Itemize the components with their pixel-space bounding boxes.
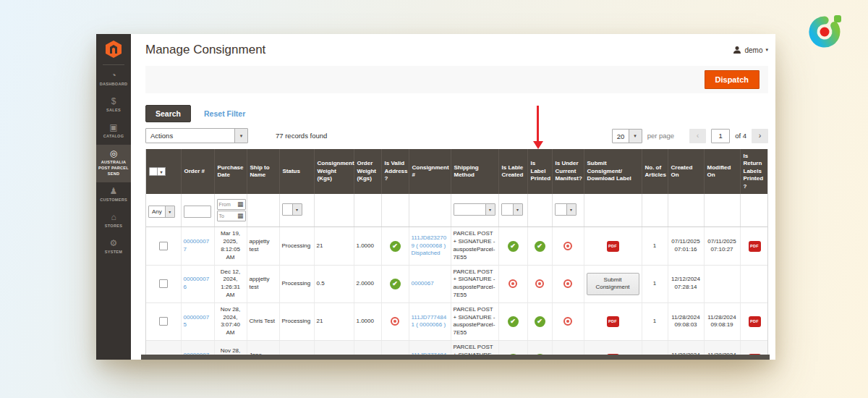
search-button[interactable]: Search [145,105,191,122]
cell-return-labels: PDF [740,302,768,340]
label-created-filter-dropdown[interactable]: ▾ [501,203,523,216]
mass-select-value: Any [149,206,165,217]
shipping-method-filter-dropdown[interactable]: ▾ [454,203,495,216]
pdf-download-icon[interactable]: PDF [607,241,619,252]
row-checkbox[interactable] [159,317,168,326]
filter-order-input[interactable] [184,206,211,218]
cell-created-on: 07/11/2025 07:01:16 [668,227,704,265]
calendar-icon[interactable]: ▦ [237,213,244,219]
system-icon: ⚙ [110,239,118,248]
column-no-of-articles[interactable]: No. of Articles [642,149,668,194]
select-all-dropdown-icon[interactable]: ▾ [158,167,166,176]
filter-date-to[interactable]: To ▦ [217,211,246,221]
row-checkbox[interactable] [159,279,168,288]
column-created-on[interactable]: Created On [668,149,704,194]
page-number-input[interactable] [711,129,730,143]
sidebar-item-stores[interactable]: ⌂ STORES [96,208,131,234]
logo-red-dot [820,27,830,37]
order-link[interactable]: 000000077 [184,238,210,253]
column-order[interactable]: Order # [181,149,214,194]
sidebar-item-customers[interactable]: ♟ CUSTOMERS [96,182,131,208]
mass-select-dropdown[interactable]: Any ▾ [148,206,175,218]
search-row: Search Reset Filter [145,105,768,122]
cell-modified-on [704,265,740,302]
sidebar-item-label: AUSTRALIA POST PARCEL SEND [98,160,129,177]
pdf-return-label-icon[interactable]: PDF [749,241,761,252]
table-row: 000000077 Mar 19, 2025, 8:12:05 AM appje… [146,227,768,265]
chevron-down-icon: ▾ [292,204,302,215]
chevron-down-icon: ▾ [165,206,174,217]
column-consignment-weight[interactable]: Consignment Weight (Kgs) [314,149,354,194]
cell-purchase-date: Dec 12, 2024, 1:26:31 AM [214,265,247,302]
cell-consignment-weight: 0.5 [314,265,354,302]
cell-ship-to-name: appjetty test [247,227,279,265]
sidebar-item-system[interactable]: ⚙ SYSTEM [96,234,131,261]
next-page-button[interactable]: › [752,129,768,143]
table-row: 000000076 Dec 12, 2024, 1:26:31 AM appje… [146,265,768,302]
prev-page-button[interactable]: ‹ [689,129,706,143]
chevron-down-icon: ▾ [566,204,576,215]
reset-filter-link[interactable]: Reset Filter [204,109,245,118]
cell-submit-download: PDF Submit Consignment [584,302,642,340]
valid-address-status-icon [390,279,401,289]
sidebar-item-sales[interactable]: $ SALES [96,93,131,119]
consignment-link[interactable]: 0000067 [412,280,434,287]
parcel-send-icon: ◎ [110,149,117,158]
cell-is-valid-address [381,265,409,302]
select-all-checkbox[interactable] [149,167,158,176]
column-is-label-printed[interactable]: Is Label Printed [527,149,552,194]
pdf-return-label-icon[interactable]: PDF [749,316,761,327]
chevron-down-icon: ▾ [485,204,495,215]
page-background: ◔ DASHBOARD $ SALES ▣ CATALOG ◎ AUSTRALI… [0,0,868,398]
horizontal-scrollbar[interactable] [141,355,770,360]
label-created-status-icon [509,279,517,288]
sidebar-item-dashboard[interactable]: ◔ DASHBOARD [96,67,131,93]
filter-date-from[interactable]: From ▦ [217,199,246,210]
column-status[interactable]: Status [279,149,314,194]
column-purchase-date[interactable]: Purchase Date [214,149,247,194]
page-title: Manage Consignment [145,43,265,57]
label-created-status-icon [508,316,519,327]
filter-mass-select: Any ▾ [146,194,181,227]
cell-return-labels: PDF [740,227,768,265]
stores-icon: ⌂ [111,213,116,222]
logo-green-dot [834,15,841,22]
column-submit-download[interactable]: Submit Consigment/ Download Label [584,149,642,194]
to-label: To [219,213,224,219]
dispatch-button[interactable]: Dispatch [705,70,760,89]
grid-filter-row: Any ▾ From ▦ To [146,194,768,227]
column-return-labels-printed[interactable]: Is Return Labels Printed ? [740,149,768,194]
sidebar-item-australia-post-parcel-send[interactable]: ◎ AUSTRALIA POST PARCEL SEND [96,145,131,182]
column-modified-on[interactable]: Modified On [704,149,740,194]
column-ship-to-name[interactable]: Ship to Name [247,149,279,194]
submit-consignment-button[interactable]: Submit Consignment [587,273,639,295]
column-is-label-created[interactable]: Is Lable Created [498,149,527,194]
calendar-icon[interactable]: ▦ [237,201,244,208]
column-is-under-manifest[interactable]: Is Under Current Manifest? [552,149,584,194]
grid-toolbar: Actions ▾ 77 records found 20 ▾ per page… [145,128,768,143]
cell-order-weight: 2.0000 [354,265,381,302]
under-manifest-status-icon [563,279,572,288]
pdf-download-icon[interactable]: PDF [607,316,619,327]
order-link[interactable]: 000000076 [184,276,210,290]
magento-logo-icon[interactable] [96,34,131,64]
user-menu[interactable]: demo ▾ [733,46,768,54]
column-shipping-method[interactable]: Shipping Method [451,149,498,194]
consignment-link[interactable]: 111JD8232709 ( 0000068 ) Dispatched [412,234,447,257]
row-checkbox[interactable] [159,242,168,250]
actions-dropdown[interactable]: Actions ▾ [145,128,248,143]
column-order-weight[interactable]: Order Weight (Kgs) [354,149,381,194]
per-page-dropdown[interactable]: 20 ▾ [612,129,642,143]
table-row: 000000075 Nov 28, 2024, 3:07:40 AM Chris… [146,302,768,340]
cell-created-on: 11/28/2024 09:08:03 [668,302,704,340]
sidebar-item-label: STORES [105,224,122,229]
column-is-valid-address[interactable]: Is Valid Address ? [381,149,409,194]
sidebar-item-catalog[interactable]: ▣ CATALOG [96,119,131,145]
manifest-filter-dropdown[interactable]: ▾ [555,203,576,216]
sidebar-item-label: SYSTEM [105,250,122,255]
status-filter-dropdown[interactable]: ▾ [282,203,302,216]
cell-purchase-date: Nov 28, 2024, 3:07:40 AM [214,302,247,340]
consignment-link[interactable]: 111JD7774841 ( 0000066 ) [412,314,447,329]
order-link[interactable]: 000000075 [184,314,210,329]
column-consignment-number[interactable]: Consignment # [409,149,451,194]
